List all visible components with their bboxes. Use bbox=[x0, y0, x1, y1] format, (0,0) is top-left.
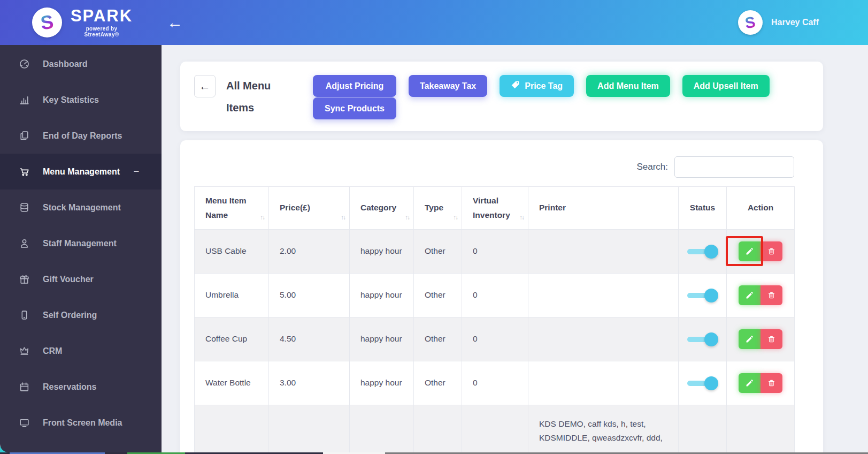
sidebar-item-menu-management[interactable]: Menu Management − bbox=[0, 154, 162, 190]
sidebar-item-label: Menu Management bbox=[43, 167, 120, 177]
cell-type: Other bbox=[414, 274, 462, 317]
table-header-row: Menu Item Name↑↓ Price(£)↑↓ Category↑↓ T… bbox=[195, 187, 795, 230]
sidebar-item-label: Key Statistics bbox=[43, 95, 99, 105]
menu-items-table: Menu Item Name↑↓ Price(£)↑↓ Category↑↓ T… bbox=[194, 186, 795, 452]
status-toggle-on[interactable] bbox=[687, 376, 718, 390]
page-back-button[interactable]: ← bbox=[194, 75, 216, 97]
status-toggle-on[interactable] bbox=[687, 245, 718, 259]
delete-button[interactable] bbox=[761, 329, 782, 349]
sidebar-item-label: Self Ordering bbox=[43, 311, 97, 320]
delete-button[interactable] bbox=[761, 241, 782, 261]
cell-price: 5.00 bbox=[269, 274, 350, 317]
col-header-status: Status bbox=[679, 187, 727, 230]
search-input[interactable] bbox=[674, 156, 794, 178]
brand-logo-block: S SPARK powered by StreetAway© bbox=[0, 7, 134, 37]
delete-button[interactable] bbox=[761, 285, 782, 305]
col-header-price[interactable]: Price(£)↑↓ bbox=[269, 187, 350, 230]
pricing-button-stack: Adjust Pricing Sync Products bbox=[313, 75, 396, 119]
sidebar-item-staff-management[interactable]: Staff Management bbox=[0, 225, 162, 261]
price-tag-button[interactable]: Price Tag bbox=[500, 75, 574, 97]
col-header-action: Action bbox=[727, 187, 795, 230]
col-header-printer: Printer bbox=[528, 187, 679, 230]
cart-icon bbox=[18, 166, 30, 177]
cell-name: Umbrella bbox=[195, 274, 269, 317]
brand-tagline: powered by StreetAway© bbox=[70, 26, 134, 37]
sidebar-item-label: Front Screen Media bbox=[43, 418, 122, 428]
table-row-usb-cable: USB Cable 2.00 happy hour Other 0 bbox=[195, 230, 795, 274]
cell-virtual-inventory: 0 bbox=[462, 230, 528, 274]
sidebar-item-label: Gift Voucher bbox=[43, 275, 94, 284]
sidebar-navigation: Dashboard Key Statistics End of Day Repo… bbox=[0, 45, 162, 452]
cell-name bbox=[195, 405, 269, 453]
spark-logo-icon: S bbox=[32, 7, 62, 37]
sidebar-item-stock-management[interactable]: Stock Management bbox=[0, 190, 162, 225]
sync-products-button[interactable]: Sync Products bbox=[313, 97, 396, 119]
table-search-row: Search: bbox=[194, 156, 808, 178]
sidebar-item-front-screen-media[interactable]: Front Screen Media bbox=[0, 405, 162, 441]
col-header-type[interactable]: Type↑↓ bbox=[414, 187, 462, 230]
user-avatar[interactable]: S bbox=[738, 10, 763, 35]
price-tag-icon bbox=[511, 80, 520, 92]
add-upsell-item-button[interactable]: Add Upsell Item bbox=[682, 75, 770, 97]
back-arrow-icon: ← bbox=[199, 80, 211, 93]
adjust-pricing-button[interactable]: Adjust Pricing bbox=[313, 75, 396, 97]
sidebar-item-label: End of Day Reports bbox=[43, 131, 122, 141]
sort-icon[interactable]: ↑↓ bbox=[519, 212, 524, 223]
sidebar-item-self-ordering[interactable]: Self Ordering bbox=[0, 297, 162, 333]
monitor-icon bbox=[18, 417, 30, 428]
cell-virtual-inventory: 0 bbox=[462, 317, 528, 361]
main-content: ← All Menu Items Adjust Pricing Sync Pro… bbox=[162, 45, 868, 452]
bar-chart-icon bbox=[18, 94, 30, 105]
sort-icon[interactable]: ↑↓ bbox=[260, 212, 264, 223]
sidebar-item-label: Dashboard bbox=[43, 59, 88, 69]
collapse-minus-icon[interactable]: − bbox=[133, 166, 139, 177]
sort-icon[interactable]: ↑↓ bbox=[405, 212, 409, 223]
status-toggle-on[interactable] bbox=[687, 289, 718, 302]
cell-name: Water Bottle bbox=[195, 361, 269, 405]
brand-name: SPARK bbox=[70, 7, 134, 24]
sidebar-item-label: Reservations bbox=[43, 382, 97, 392]
add-menu-item-button[interactable]: Add Menu Item bbox=[586, 75, 670, 97]
cell-type bbox=[414, 405, 462, 453]
edit-button[interactable] bbox=[739, 285, 761, 305]
sidebar-item-dashboard[interactable]: Dashboard bbox=[0, 46, 162, 82]
sidebar-item-reservations[interactable]: Reservations bbox=[0, 369, 162, 405]
cell-price: 2.00 bbox=[269, 230, 350, 274]
cell-price bbox=[269, 405, 350, 453]
edit-button[interactable] bbox=[739, 373, 761, 393]
sidebar-item-key-statistics[interactable]: Key Statistics bbox=[0, 82, 162, 118]
cell-virtual-inventory: 0 bbox=[462, 274, 528, 317]
crown-icon bbox=[18, 345, 30, 357]
delete-button[interactable] bbox=[761, 373, 782, 393]
edit-button[interactable] bbox=[739, 241, 761, 261]
status-toggle-on[interactable] bbox=[687, 332, 718, 346]
cell-type: Other bbox=[414, 317, 462, 361]
takeaway-tax-button[interactable]: Takeaway Tax bbox=[409, 75, 487, 97]
cell-name: Coffee Cup bbox=[195, 317, 269, 361]
table-row-water-bottle: Water Bottle 3.00 happy hour Other 0 bbox=[195, 361, 795, 405]
gift-icon bbox=[18, 274, 30, 285]
table-row-coffee-cup: Coffee Cup 4.50 happy hour Other 0 bbox=[195, 317, 795, 361]
user-menu[interactable]: S Harvey Caff bbox=[738, 10, 868, 35]
sidebar-item-gift-voucher[interactable]: Gift Voucher bbox=[0, 261, 162, 297]
cell-category: happy hour bbox=[350, 274, 414, 317]
cell-category bbox=[350, 405, 414, 453]
sidebar-item-label: Staff Management bbox=[43, 239, 117, 248]
user-name: Harvey Caff bbox=[771, 18, 819, 27]
sort-icon[interactable]: ↑↓ bbox=[453, 212, 457, 223]
cell-category: happy hour bbox=[350, 361, 414, 405]
cell-printer bbox=[528, 230, 679, 274]
calendar-icon bbox=[18, 381, 30, 392]
sidebar-item-end-of-day-reports[interactable]: End of Day Reports bbox=[0, 118, 162, 154]
cell-category: happy hour bbox=[350, 317, 414, 361]
page-header-card: ← All Menu Items Adjust Pricing Sync Pro… bbox=[180, 62, 823, 131]
col-header-category[interactable]: Category↑↓ bbox=[350, 187, 414, 230]
col-header-virtual-inventory[interactable]: Virtual Inventory↑↓ bbox=[462, 187, 528, 230]
topbar-back-arrow-icon[interactable]: ← bbox=[167, 14, 183, 31]
mobile-icon bbox=[18, 309, 30, 321]
sidebar-item-crm[interactable]: CRM bbox=[0, 333, 162, 369]
top-navigation-bar: S SPARK powered by StreetAway© ← S Harve… bbox=[0, 0, 868, 45]
col-header-menu-item-name[interactable]: Menu Item Name↑↓ bbox=[195, 187, 269, 230]
sort-icon[interactable]: ↑↓ bbox=[341, 212, 345, 223]
edit-button[interactable] bbox=[739, 329, 761, 349]
